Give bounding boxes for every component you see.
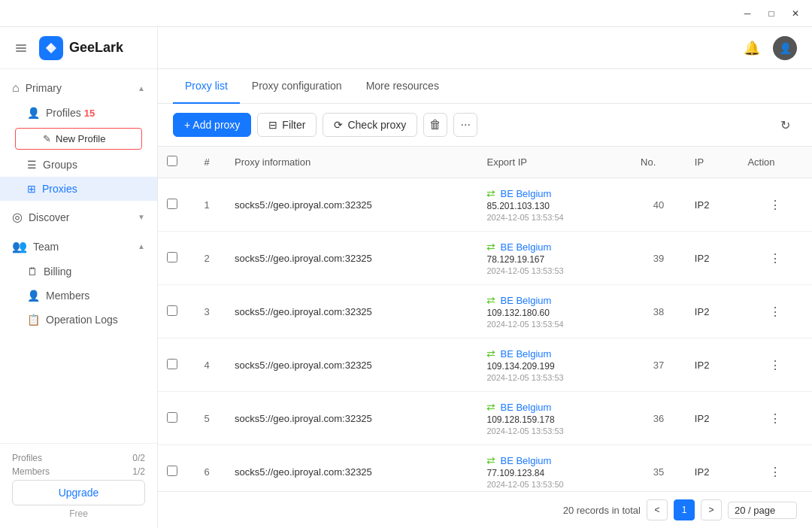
sidebar-logs-label: Operation Logs <box>46 314 118 326</box>
footer-members-row: Members 1/2 <box>12 466 145 477</box>
transfer-icon: ⇄ <box>486 454 495 466</box>
footer-profiles-row: Profiles 0/2 <box>12 453 145 463</box>
row-action: ⋮ <box>738 285 812 338</box>
row-ip-short: IP2 <box>686 178 739 232</box>
sidebar-item-profiles[interactable]: 👤 Profiles 15 <box>0 101 157 125</box>
row-export-ip: ⇄ BE Belgium 109.132.180.60 2024-12-05 1… <box>477 285 632 338</box>
tab-proxy-config[interactable]: Proxy configuration <box>240 69 354 104</box>
country-label: BE Belgium <box>500 402 551 413</box>
svg-rect-2 <box>16 50 26 52</box>
row-checkbox[interactable] <box>167 252 177 262</box>
row-more-button[interactable]: ⋮ <box>765 461 786 482</box>
sidebar-item-proxies[interactable]: ⊞ Proxies <box>0 177 157 201</box>
add-proxy-button[interactable]: + Add proxy <box>173 113 251 137</box>
maximize-button[interactable]: □ <box>761 3 782 24</box>
col-checkbox <box>158 147 188 178</box>
check-proxy-button[interactable]: ⟳ Check proxy <box>323 113 417 137</box>
row-ip-short: IP2 <box>686 338 739 392</box>
pagination: 20 records in total < 1 > 10 / page 20 /… <box>158 491 812 528</box>
row-proxy-info: socks5://geo.iproyal.com:32325 <box>226 445 477 492</box>
row-more-button[interactable]: ⋮ <box>765 408 786 429</box>
row-checkbox[interactable] <box>167 305 177 316</box>
nav-section-team-label: Team <box>33 241 138 253</box>
tab-more-resources[interactable]: More resources <box>354 69 451 104</box>
row-export-ip: ⇄ BE Belgium 109.128.159.178 2024-12-05 … <box>477 392 632 445</box>
svg-rect-1 <box>16 47 26 49</box>
per-page-select[interactable]: 10 / page 20 / page 50 / page 100 / page <box>728 502 797 519</box>
country-label: BE Belgium <box>500 455 551 466</box>
row-ip-short: IP2 <box>686 392 739 445</box>
row-no: 40 <box>632 178 686 232</box>
row-num: 6 <box>188 445 226 492</box>
row-more-button[interactable]: ⋮ <box>765 194 786 215</box>
sidebar-item-groups[interactable]: ☰ Groups <box>0 153 157 177</box>
row-no: 37 <box>632 338 686 392</box>
row-more-button[interactable]: ⋮ <box>765 301 786 322</box>
row-more-button[interactable]: ⋮ <box>765 247 786 269</box>
titlebar: ─ □ ✕ <box>0 0 812 27</box>
refresh-button[interactable]: ↻ <box>773 113 797 137</box>
row-checkbox[interactable] <box>167 466 177 476</box>
tab-proxy-list[interactable]: Proxy list <box>173 69 240 104</box>
plan-badge: Free <box>12 508 145 519</box>
header-right: 🔔 👤 <box>740 36 797 60</box>
page-1-button[interactable]: 1 <box>674 499 695 520</box>
profile-icon: 👤 <box>27 107 40 119</box>
nav-section-primary-header[interactable]: ⌂ Primary ▲ <box>0 75 157 101</box>
user-icon: 👤 <box>779 42 792 54</box>
app-layout: GeeLark ⌂ Primary ▲ 👤 Profiles 15 ✎ <box>0 27 812 528</box>
team-icon: 👥 <box>12 239 27 253</box>
next-page-button[interactable]: > <box>701 499 722 520</box>
sidebar-toggle-button[interactable] <box>12 39 30 57</box>
table-body: 1 socks5://geo.iproyal.com:32325 ⇄ BE Be… <box>158 178 812 492</box>
row-checkbox-cell <box>158 392 188 445</box>
row-checkbox[interactable] <box>167 412 177 423</box>
prev-page-button[interactable]: < <box>647 499 668 520</box>
transfer-icon: ⇄ <box>486 401 495 413</box>
row-num: 3 <box>188 285 226 338</box>
profiles-badge: 15 <box>84 108 95 119</box>
total-records: 20 records in total <box>563 505 641 516</box>
sidebar-groups-label: Groups <box>43 159 77 171</box>
notification-button[interactable]: 🔔 <box>740 36 764 60</box>
close-button[interactable]: ✕ <box>785 3 806 24</box>
chevron-up-icon: ▲ <box>138 84 145 93</box>
row-more-button[interactable]: ⋮ <box>765 354 786 375</box>
ip-address: 77.109.123.84 <box>486 468 623 478</box>
nav-section-team-header[interactable]: 👥 Team ▲ <box>0 233 157 259</box>
sidebar-item-billing[interactable]: 🗒 Billing <box>0 259 157 284</box>
billing-icon: 🗒 <box>27 266 38 278</box>
user-avatar[interactable]: 👤 <box>773 36 797 60</box>
row-action: ⋮ <box>738 338 812 392</box>
row-no: 38 <box>632 285 686 338</box>
members-icon: 👤 <box>27 290 40 302</box>
minimize-button[interactable]: ─ <box>737 3 758 24</box>
main-header: 🔔 👤 <box>158 27 812 69</box>
footer-profiles-value: 0/2 <box>132 453 145 463</box>
refresh-icon: ↻ <box>780 118 790 132</box>
row-checkbox[interactable] <box>167 199 177 209</box>
more-button[interactable]: ··· <box>453 113 477 137</box>
upgrade-button[interactable]: Upgrade <box>12 480 145 505</box>
filter-button[interactable]: ⊟ Filter <box>257 113 317 137</box>
sidebar-item-members[interactable]: 👤 Members <box>0 284 157 308</box>
row-checkbox-cell <box>158 445 188 492</box>
sidebar-members-label: Members <box>46 290 89 302</box>
footer-members-label: Members <box>12 466 50 477</box>
footer-profiles-label: Profiles <box>12 453 42 463</box>
row-checkbox[interactable] <box>167 359 177 369</box>
row-no: 36 <box>632 392 686 445</box>
col-no: No. <box>632 147 686 178</box>
row-proxy-info: socks5://geo.iproyal.com:32325 <box>226 392 477 445</box>
app-name: GeeLark <box>69 40 123 56</box>
sidebar-item-new-profile[interactable]: ✎ New Profile <box>15 128 142 150</box>
sidebar-header: GeeLark <box>0 27 157 69</box>
sidebar-item-operation-logs[interactable]: 📋 Operation Logs <box>0 308 157 332</box>
bell-icon: 🔔 <box>744 40 760 56</box>
logs-icon: 📋 <box>27 314 40 326</box>
nav-section-discover-header[interactable]: ◎ Discover ▼ <box>0 204 157 230</box>
select-all-checkbox[interactable] <box>167 156 177 166</box>
per-page-select-wrapper[interactable]: 10 / page 20 / page 50 / page 100 / page <box>728 502 797 519</box>
delete-button[interactable]: 🗑 <box>423 113 447 137</box>
sidebar-profiles-label: Profiles <box>46 107 81 119</box>
